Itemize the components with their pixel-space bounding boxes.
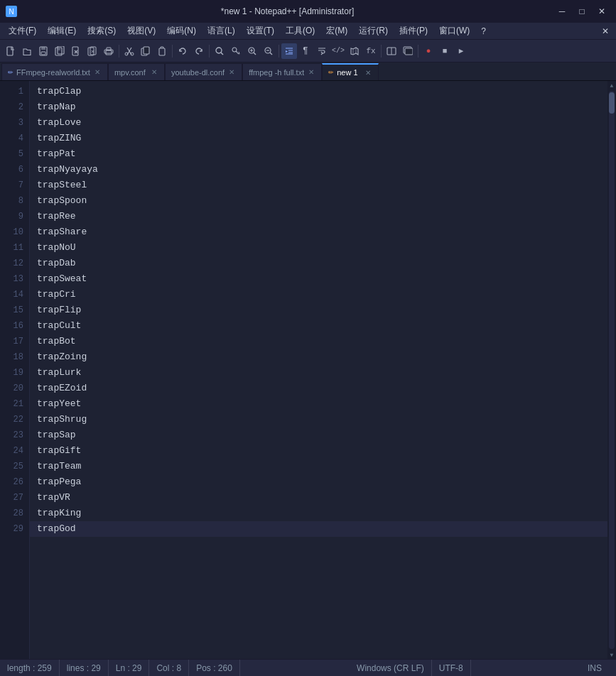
redo-button[interactable]	[191, 43, 207, 59]
menu-file[interactable]: 文件(F)	[3, 23, 42, 38]
code-line: trapYeet	[30, 396, 607, 412]
svg-rect-3	[41, 52, 45, 55]
line-number-empty	[2, 584, 23, 592]
code-line: trapNyayaya	[30, 162, 607, 178]
line-number: 25	[2, 459, 23, 474]
clone-view-button[interactable]	[400, 43, 416, 59]
code-area[interactable]: trapClaptrapNaptrapLovetrapZINGtrapPattr…	[30, 81, 607, 659]
toolbar-separator-1	[119, 45, 119, 58]
pilcrow-button[interactable]: ¶	[298, 43, 313, 59]
indent-button[interactable]	[281, 43, 297, 59]
code-line-empty	[30, 584, 607, 599]
zoom-out-button[interactable]	[261, 43, 276, 59]
menu-edit[interactable]: 编辑(E)	[42, 23, 82, 38]
line-number: 14	[2, 287, 23, 302]
line-number: 15	[2, 302, 23, 318]
tab-label: ffmpeg -h full.txt	[249, 68, 304, 77]
status-col: Col : 8	[149, 660, 189, 676]
tab-close-button[interactable]: ✕	[364, 69, 372, 77]
status-line-ending: Windows (CR LF)	[350, 660, 432, 676]
stop-button[interactable]: ■	[437, 43, 453, 59]
scroll-track[interactable]	[609, 91, 615, 649]
line-number: 9	[2, 209, 23, 224]
code-line: trapFlip	[30, 302, 607, 318]
svg-rect-24	[405, 48, 413, 55]
tab-new1[interactable]: ✏ new 1 ✕	[322, 63, 379, 80]
open-file-button[interactable]	[19, 43, 35, 59]
menu-encoding[interactable]: 编码(N)	[161, 23, 202, 38]
code-line: trapDab	[30, 256, 607, 271]
menu-view[interactable]: 视图(V)	[121, 23, 161, 38]
code-line: trapPat	[30, 146, 607, 162]
scrollbar[interactable]: ▲ ▼	[607, 81, 616, 659]
save-all-button[interactable]	[52, 43, 67, 59]
scroll-down-arrow[interactable]: ▼	[607, 650, 616, 659]
menu-settings[interactable]: 设置(T)	[241, 23, 280, 38]
tab-mpv-conf[interactable]: mpv.conf ✕	[108, 63, 165, 80]
scroll-up-arrow[interactable]: ▲	[607, 81, 616, 89]
code-line: trapEZoid	[30, 381, 607, 396]
menu-tools[interactable]: 工具(O)	[280, 23, 320, 38]
new-file-button[interactable]	[3, 43, 18, 59]
tab-close-button[interactable]: ✕	[93, 68, 102, 76]
close-button-tb[interactable]	[68, 43, 84, 59]
line-number-empty	[2, 577, 23, 584]
line-number: 12	[2, 256, 23, 271]
save-button[interactable]	[36, 43, 51, 59]
find-replace-button[interactable]	[228, 43, 244, 59]
tab-youtube-dl[interactable]: youtube-dl.conf ✕	[165, 63, 242, 80]
line-number-empty	[2, 592, 23, 600]
code-line: trapSweat	[30, 271, 607, 287]
line-number: 13	[2, 271, 23, 287]
record-button[interactable]: ●	[421, 43, 436, 59]
tab-ffmpeg-realworld[interactable]: ✏ FFmpeg-realworld.txt ✕	[1, 63, 108, 80]
menu-search[interactable]: 搜索(S)	[82, 23, 121, 38]
menu-help[interactable]: ?	[475, 25, 492, 38]
svg-rect-17	[159, 48, 165, 55]
toolbar-separator-3	[209, 45, 210, 58]
tab-icon: ✏	[8, 69, 13, 76]
line-number: 2	[2, 99, 23, 115]
scroll-thumb[interactable]	[609, 92, 615, 114]
paste-button[interactable]	[154, 43, 170, 59]
line-number: 4	[2, 131, 23, 146]
tab-close-button[interactable]: ✕	[227, 68, 236, 76]
line-number: 23	[2, 427, 23, 443]
print-button[interactable]	[101, 43, 117, 59]
zoom-in-button[interactable]	[244, 43, 260, 59]
menu-close-button[interactable]: ✕	[598, 25, 613, 38]
tab-ffmpeg-help[interactable]: ffmpeg -h full.txt ✕	[242, 63, 322, 80]
line-number-empty	[2, 601, 23, 609]
svg-point-18	[216, 48, 222, 53]
tab-close-button[interactable]: ✕	[307, 68, 315, 76]
status-encoding: UTF-8	[432, 660, 471, 676]
svg-rect-5	[58, 48, 60, 50]
menu-run[interactable]: 运行(R)	[353, 23, 394, 38]
play-button[interactable]: ▶	[453, 43, 469, 59]
menu-plugins[interactable]: 插件(P)	[394, 23, 433, 38]
menu-language[interactable]: 语言(L)	[202, 23, 241, 38]
menu-macro[interactable]: 宏(M)	[320, 23, 353, 38]
minimize-button[interactable]: ─	[553, 4, 571, 18]
line-number: 18	[2, 349, 23, 365]
function-button[interactable]: fx	[363, 43, 379, 59]
wordwrap-button[interactable]	[314, 43, 330, 59]
window-title: *new 1 - Notepad++ [Administrator]	[21, 6, 553, 16]
code-line-empty	[30, 568, 607, 584]
menu-window[interactable]: 窗口(W)	[433, 23, 475, 38]
xml-button[interactable]: </>	[330, 43, 346, 59]
cut-button[interactable]	[121, 43, 137, 59]
find-button[interactable]	[212, 43, 227, 59]
map-button[interactable]	[347, 43, 362, 59]
maximize-button[interactable]: □	[573, 4, 590, 18]
app-icon: N	[6, 6, 17, 17]
split-view-button[interactable]	[384, 43, 399, 59]
close-button[interactable]: ✕	[593, 4, 610, 18]
close-all-button[interactable]	[85, 43, 100, 59]
undo-button[interactable]	[175, 43, 190, 59]
status-bar: length : 259 lines : 29 Ln : 29 Col : 8 …	[0, 659, 616, 676]
tab-close-button[interactable]: ✕	[150, 68, 158, 76]
copy-button[interactable]	[138, 43, 153, 59]
line-number: 17	[2, 334, 23, 349]
code-line: trapSap	[30, 427, 607, 443]
